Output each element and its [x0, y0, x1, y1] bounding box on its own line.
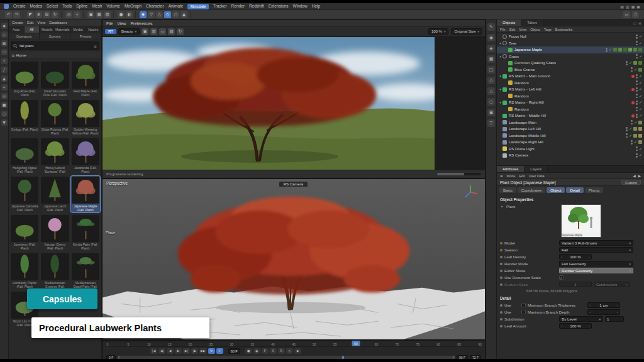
enable-check-icon[interactable]: ✓	[629, 127, 632, 131]
material-chip[interactable]	[638, 68, 642, 72]
editor-visibility-dot[interactable]	[636, 101, 638, 102]
render-visibility-dot[interactable]	[636, 37, 638, 39]
min-branch-thickness-checkbox[interactable]: ✓	[521, 303, 526, 307]
object-row-blue-grama[interactable]: Blue Grama✓	[497, 67, 644, 74]
material-chip[interactable]	[618, 48, 622, 52]
expand-arrow-icon[interactable]: ▾	[498, 101, 502, 104]
forward-icon[interactable]: ▶	[638, 174, 641, 178]
lock-icon[interactable]: ■	[1, 102, 8, 108]
enable-check-icon[interactable]: ✓	[609, 48, 612, 52]
object-row-random[interactable]: Random✓	[497, 106, 644, 113]
render-visibility-dot[interactable]	[631, 123, 633, 125]
material-chip[interactable]	[638, 61, 642, 65]
material-chip[interactable]	[633, 61, 637, 65]
render-settings-icon[interactable]: ▧	[104, 11, 111, 18]
record-button[interactable]: ●	[245, 348, 252, 354]
capture-icon[interactable]: ▼	[1, 119, 8, 126]
redshift-tag-icon[interactable]	[631, 88, 635, 92]
menu-mesh[interactable]: Mesh	[92, 4, 102, 9]
visibility-dots[interactable]	[636, 146, 638, 151]
enable-check-icon[interactable]: ✓	[639, 35, 642, 38]
object-row-rs-matrix-left-hill[interactable]: ▾RS Matrix - Left Hill✓	[497, 86, 644, 93]
enable-check-icon[interactable]: ✓	[639, 74, 642, 78]
visibility-dots[interactable]	[636, 87, 638, 92]
min-branch-thickness-field[interactable]: ‹1 cm›	[587, 302, 620, 308]
plant-item-dwarf-mountain-pine[interactable]: Dwarf Mountain Pine (Fall, Plant)	[40, 61, 69, 97]
season-select[interactable]: Fall▾	[559, 247, 633, 253]
ab-tab-materials[interactable]: Materials	[55, 26, 71, 33]
menu-select[interactable]: Select	[47, 4, 58, 9]
mode-object-icon[interactable]: ◇	[1, 31, 8, 38]
key-pla-button[interactable]: ◆	[294, 348, 301, 354]
keyframe-dot[interactable]	[500, 263, 502, 265]
filter-icon[interactable]: ≡	[94, 44, 97, 48]
grid-icon[interactable]: ▦	[487, 55, 495, 63]
editor-visibility-dot[interactable]	[636, 146, 638, 148]
material-chip[interactable]	[638, 48, 642, 52]
editor-visibility-dot[interactable]	[626, 127, 628, 129]
snap-icon[interactable]: ◎	[1, 93, 8, 99]
key-rotation-button[interactable]: R	[278, 348, 285, 354]
render-visibility-dot[interactable]	[606, 50, 608, 52]
mode-points-icon[interactable]: •	[1, 58, 8, 64]
compare-icon[interactable]: ▥	[150, 28, 157, 35]
enable-check-icon[interactable]: ✓	[639, 81, 642, 85]
menu-redshift[interactable]: Redshift	[249, 4, 264, 9]
material-chip[interactable]	[638, 134, 642, 138]
home-icon[interactable]: ⌂	[12, 53, 14, 57]
visibility-dots[interactable]	[636, 54, 638, 58]
render-picture-viewer-icon[interactable]: ▦	[96, 11, 103, 18]
object-row-landscape-main[interactable]: Landscape Main✓	[497, 119, 644, 126]
scatter-icon[interactable]: ○	[487, 98, 495, 106]
use-document-scale-checkbox[interactable]: ✓	[559, 275, 564, 280]
render-visibility-dot[interactable]	[631, 70, 633, 72]
enable-check-icon[interactable]: ✓	[639, 101, 642, 104]
editor-visibility-dot[interactable]	[636, 153, 638, 155]
cloth-icon[interactable]: ▽	[148, 11, 155, 18]
expand-arrow-icon[interactable]: ▸	[500, 204, 504, 208]
object-row-focus-null[interactable]: Focus Null✓	[497, 33, 644, 40]
perspective-viewport[interactable]: Perspective RS Camera Place	[102, 178, 486, 340]
section-tab-object[interactable]: Object	[547, 187, 565, 193]
visibility-dots[interactable]	[636, 153, 638, 158]
visibility-dots[interactable]	[636, 41, 638, 45]
timeline-ruler[interactable]: 60 051015202530354045505560657075808590	[108, 341, 480, 347]
ab-menu-view[interactable]: View	[37, 21, 45, 25]
increment-icon[interactable]: ›	[617, 303, 618, 307]
ab-subtab-scenes[interactable]: Scenes	[40, 33, 70, 40]
plant-item-jacaranda[interactable]: Jacaranda (Fall, Plant)	[71, 138, 100, 174]
zoom-select[interactable]: 100 %▾	[428, 28, 449, 35]
prev-frame-button[interactable]: ◀	[167, 348, 174, 354]
panel-toggle-icon[interactable]: ▯	[632, 11, 639, 18]
editor-visibility-dot[interactable]	[626, 61, 628, 63]
material-icon[interactable]: ●	[118, 11, 125, 18]
object-row-random[interactable]: Random✓	[497, 80, 644, 87]
menu-tools[interactable]: Tools	[62, 4, 72, 9]
keyframe-dot[interactable]	[500, 249, 502, 251]
object-row-grass[interactable]: ▾Grass✓	[497, 53, 644, 60]
menu-extensions[interactable]: Extensions	[269, 4, 289, 9]
plant-item-golden-weeping-willow[interactable]: Golden Weeping Willow (Fall, Plant)	[71, 99, 100, 136]
range-thumb[interactable]	[118, 356, 455, 359]
section-tab-basic[interactable]: Basic	[499, 187, 516, 193]
aov-layers-icon[interactable]: ▤	[168, 28, 175, 35]
ab-menu-create[interactable]: Create	[12, 21, 23, 25]
custom-button[interactable]: Custom	[621, 180, 641, 185]
editor-visibility-dot[interactable]	[636, 80, 638, 82]
force-icon[interactable]: ▲	[180, 11, 187, 18]
prev-key-button[interactable]: ◀|	[158, 348, 165, 354]
menu-animate[interactable]: Animate	[169, 4, 184, 9]
menu-tracker[interactable]: Tracker	[213, 4, 227, 9]
collider-icon[interactable]: ◇	[164, 11, 171, 18]
coordinate-system-icon[interactable]: ◎	[65, 11, 72, 18]
decrement-icon[interactable]: ‹	[561, 255, 562, 259]
editor-visibility-dot[interactable]	[636, 35, 638, 36]
editor-visibility-dot[interactable]	[606, 48, 608, 50]
interface-icon[interactable]: ▣	[636, 4, 640, 9]
keyframe-dot[interactable]	[500, 311, 502, 314]
section-tab-detail[interactable]: Detail	[566, 187, 583, 193]
editor-visibility-dot[interactable]	[636, 54, 638, 56]
solo-icon[interactable]: ○	[1, 111, 8, 117]
enable-check-icon[interactable]: ✓	[639, 114, 642, 118]
visibility-dots[interactable]	[626, 61, 628, 65]
